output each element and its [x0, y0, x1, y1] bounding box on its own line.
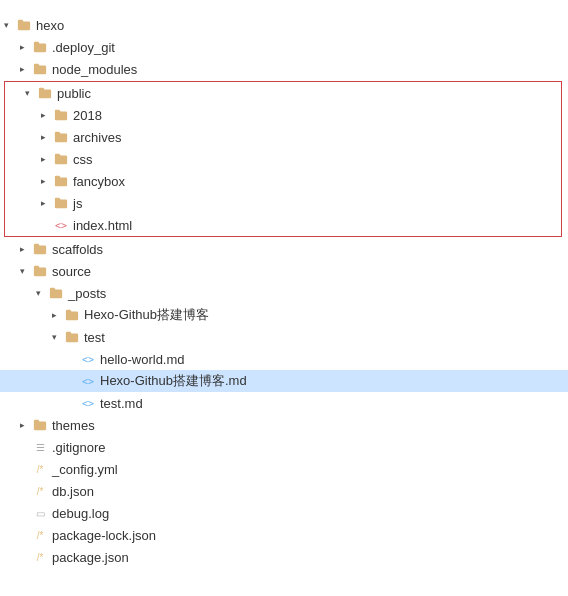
- folder-icon: [53, 107, 69, 123]
- json-icon: /*: [32, 527, 48, 543]
- item-label-package_lock: package-lock.json: [52, 528, 156, 543]
- tree-item-node_modules[interactable]: ▸ node_modules: [0, 58, 568, 80]
- tree-item-hexo_github_folder[interactable]: ▸ Hexo-Github搭建博客: [0, 304, 568, 326]
- tree-item-2018[interactable]: ▸ 2018: [5, 104, 561, 126]
- folder-icon: [32, 61, 48, 77]
- folder-icon: [37, 85, 53, 101]
- folder-icon: [32, 417, 48, 433]
- tree-item-hello_world[interactable]: <> hello-world.md: [0, 348, 568, 370]
- tree-item-package_json[interactable]: /* package.json: [0, 546, 568, 568]
- lines-icon: ☰: [32, 439, 48, 455]
- folder-icon: [16, 17, 32, 33]
- md-icon: <>: [80, 373, 96, 389]
- folder-icon: [32, 263, 48, 279]
- folder-icon: [53, 151, 69, 167]
- tree-item-css[interactable]: ▸ css: [5, 148, 561, 170]
- tree-item-public[interactable]: ▾ public: [5, 82, 561, 104]
- folder-icon: [53, 173, 69, 189]
- item-label-db_json: db.json: [52, 484, 94, 499]
- item-label-2018: 2018: [73, 108, 102, 123]
- item-label-css: css: [73, 152, 93, 167]
- tree-item-hexo[interactable]: ▾ hexo: [0, 14, 568, 36]
- tree-item-js[interactable]: ▸ js: [5, 192, 561, 214]
- folder-icon: [64, 307, 80, 323]
- item-label-gitignore: .gitignore: [52, 440, 105, 455]
- folder-icon: [64, 329, 80, 345]
- public-red-border: ▾ public▸ 2018▸ archives▸ css▸ fancybox▸…: [4, 81, 562, 237]
- item-label-source: source: [52, 264, 91, 279]
- tree-item-themes[interactable]: ▸ themes: [0, 414, 568, 436]
- md-icon: <>: [80, 395, 96, 411]
- tree-item-_posts[interactable]: ▾ _posts: [0, 282, 568, 304]
- item-label-hexo_github_folder: Hexo-Github搭建博客: [84, 306, 209, 324]
- tree-item-scaffolds[interactable]: ▸ scaffolds: [0, 238, 568, 260]
- item-label-fancybox: fancybox: [73, 174, 125, 189]
- tree-item-index_html[interactable]: <> index.html: [5, 214, 561, 236]
- tree-item-config_yml[interactable]: /* _config.yml: [0, 458, 568, 480]
- tree-item-gitignore[interactable]: ☰ .gitignore: [0, 436, 568, 458]
- folder-icon: [32, 39, 48, 55]
- tree-item-hexo_github_md[interactable]: <> Hexo-Github搭建博客.md: [0, 370, 568, 392]
- item-label-hexo: hexo: [36, 18, 64, 33]
- item-label-test_md: test.md: [100, 396, 143, 411]
- item-label-deploy_git: .deploy_git: [52, 40, 115, 55]
- folder-icon: [48, 285, 64, 301]
- md-icon: <>: [80, 351, 96, 367]
- file-icon: ▭: [32, 505, 48, 521]
- folder-icon: [53, 129, 69, 145]
- tree-item-archives[interactable]: ▸ archives: [5, 126, 561, 148]
- item-label-test_folder: test: [84, 330, 105, 345]
- item-label-_posts: _posts: [68, 286, 106, 301]
- panel-header: [0, 0, 568, 14]
- code-icon: <>: [53, 217, 69, 233]
- tree-item-debug_log[interactable]: ▭ debug.log: [0, 502, 568, 524]
- json-icon: /*: [32, 483, 48, 499]
- item-label-hello_world: hello-world.md: [100, 352, 185, 367]
- tree-item-db_json[interactable]: /* db.json: [0, 480, 568, 502]
- item-label-index_html: index.html: [73, 218, 132, 233]
- item-label-config_yml: _config.yml: [52, 462, 118, 477]
- item-label-scaffolds: scaffolds: [52, 242, 103, 257]
- item-label-debug_log: debug.log: [52, 506, 109, 521]
- item-label-archives: archives: [73, 130, 121, 145]
- tree-item-test_folder[interactable]: ▾ test: [0, 326, 568, 348]
- json-icon: /*: [32, 549, 48, 565]
- item-label-package_json: package.json: [52, 550, 129, 565]
- folder-icon: [53, 195, 69, 211]
- item-label-public: public: [57, 86, 91, 101]
- item-label-hexo_github_md: Hexo-Github搭建博客.md: [100, 372, 247, 390]
- tree-item-deploy_git[interactable]: ▸ .deploy_git: [0, 36, 568, 58]
- yml-icon: /*: [32, 461, 48, 477]
- tree-item-fancybox[interactable]: ▸ fancybox: [5, 170, 561, 192]
- tree-item-source[interactable]: ▾ source: [0, 260, 568, 282]
- tree-item-test_md[interactable]: <> test.md: [0, 392, 568, 414]
- folder-icon: [32, 241, 48, 257]
- item-label-themes: themes: [52, 418, 95, 433]
- tree-item-package_lock[interactable]: /* package-lock.json: [0, 524, 568, 546]
- file-tree: ▾ hexo▸ .deploy_git▸ node_modules▾ publi…: [0, 14, 568, 568]
- item-label-node_modules: node_modules: [52, 62, 137, 77]
- panel: ▾ hexo▸ .deploy_git▸ node_modules▾ publi…: [0, 0, 568, 568]
- item-label-js: js: [73, 196, 82, 211]
